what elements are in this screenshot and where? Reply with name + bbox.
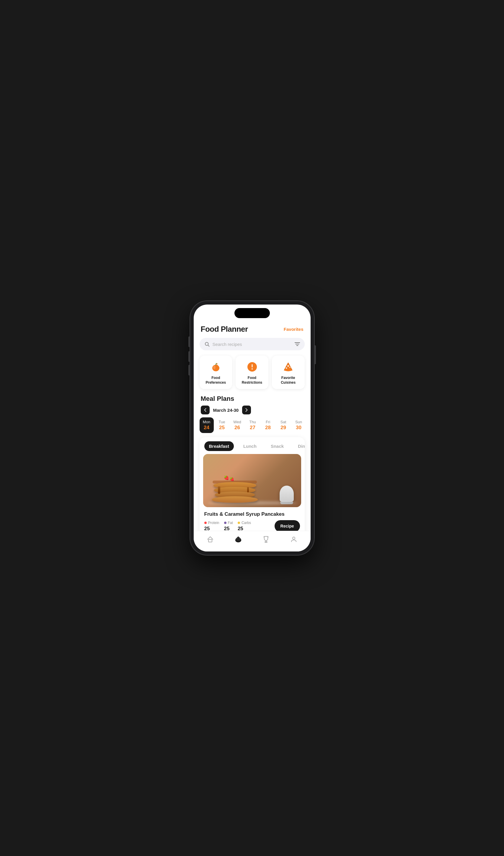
day-name-mon: Mon (203, 420, 210, 424)
favorite-cuisines-icon (282, 360, 295, 373)
phone-screen: Food Planner Favorites Search recipes (194, 305, 311, 551)
nav-trophy[interactable] (258, 535, 274, 546)
category-food-preferences[interactable]: FoodPreferences (200, 356, 232, 389)
day-num-24: 24 (204, 425, 209, 431)
food-restrictions-icon (246, 360, 259, 373)
day-tue-25[interactable]: Tue 25 (215, 417, 229, 433)
meal-info: Fruits & Caramel Syrup Pancakes Protein … (200, 507, 305, 531)
meal-name: Fruits & Caramel Syrup Pancakes (204, 511, 300, 517)
prev-week-button[interactable] (201, 406, 210, 414)
food-restrictions-label: FoodRestrictions (242, 376, 262, 385)
categories-row: FoodPreferences FoodRestrictions (194, 353, 311, 394)
phone-frame: Food Planner Favorites Search recipes (190, 301, 314, 555)
day-name-sun: Sun (295, 420, 302, 424)
day-selector: Mon 24 Tue 25 Wed 26 Thu 27 Fri 28 (194, 417, 311, 437)
screen-content: Food Planner Favorites Search recipes (194, 305, 311, 531)
day-num-28: 28 (265, 425, 271, 431)
svg-point-11 (287, 365, 289, 367)
food-preferences-label: FoodPreferences (205, 376, 226, 385)
filter-icon[interactable] (295, 342, 300, 346)
meal-plans-section: Meal Plans March 24-30 (194, 394, 311, 417)
fat-label: Fat (224, 521, 233, 525)
tab-breakfast[interactable]: Breakfast (204, 441, 234, 451)
svg-rect-19 (265, 542, 267, 542)
nutrition-items: Protein 25 Fat 25 (204, 521, 251, 531)
next-week-button[interactable] (242, 406, 251, 414)
tab-snack[interactable]: Snack (266, 441, 288, 451)
favorite-cuisines-label: FavoriteCuisines (281, 376, 295, 385)
search-placeholder: Search recipes (213, 342, 292, 347)
day-sun-30[interactable]: Sun 30 (292, 417, 306, 433)
week-label: March 24-30 (213, 408, 239, 413)
recipe-button[interactable]: Recipe (275, 520, 300, 531)
trophy-icon (263, 536, 270, 545)
nutrition-protein: Protein 25 (204, 521, 219, 531)
meal-image: 🍓 🍓 (203, 454, 301, 507)
app-title: Food Planner (201, 325, 248, 334)
search-bar[interactable]: Search recipes (200, 338, 305, 350)
day-fri-28[interactable]: Fri 28 (261, 417, 275, 433)
fat-dot (224, 522, 227, 524)
carbs-value: 25 (238, 526, 251, 531)
day-mon-24[interactable]: Mon 24 (200, 417, 214, 433)
svg-rect-14 (209, 539, 212, 542)
profile-icon (290, 536, 297, 545)
svg-point-18 (238, 536, 239, 537)
day-sat-29[interactable]: Sat 29 (276, 417, 290, 433)
meal-card: Breakfast Lunch Snack Dinner (200, 437, 305, 531)
protein-value: 25 (204, 526, 219, 531)
protein-dot (204, 522, 207, 524)
bottom-nav (194, 531, 311, 551)
day-name-wed: Wed (233, 420, 241, 424)
svg-rect-9 (252, 364, 252, 368)
svg-point-10 (252, 368, 253, 370)
svg-point-12 (286, 368, 287, 369)
tab-dinner[interactable]: Dinner (293, 441, 304, 451)
carbs-dot (238, 522, 240, 524)
nav-profile[interactable] (286, 535, 302, 546)
meal-plan-icon (234, 536, 242, 545)
day-num-29: 29 (281, 425, 286, 431)
week-nav: March 24-30 (201, 406, 304, 414)
svg-point-6 (213, 366, 216, 369)
meal-image-placeholder: 🍓 🍓 (203, 454, 301, 507)
carbs-label: Carbs (238, 521, 251, 525)
category-favorite-cuisines[interactable]: FavoriteCuisines (272, 356, 305, 389)
food-preferences-icon (209, 360, 222, 373)
day-num-25: 25 (219, 425, 225, 431)
day-name-fri: Fri (266, 420, 270, 424)
search-icon (204, 341, 210, 347)
day-num-27: 27 (250, 425, 255, 431)
search-container: Search recipes (194, 335, 311, 353)
day-thu-27[interactable]: Thu 27 (246, 417, 260, 433)
protein-label: Protein (204, 521, 219, 525)
day-name-sat: Sat (281, 420, 286, 424)
nutrition-fat: Fat 25 (224, 521, 233, 531)
nav-meal-plan[interactable] (230, 534, 247, 546)
day-name-tue: Tue (219, 420, 225, 424)
nutrition-carbs: Carbs 25 (238, 521, 251, 531)
svg-point-7 (216, 364, 218, 366)
nutrition-row: Protein 25 Fat 25 (204, 520, 300, 531)
header: Food Planner Favorites (194, 322, 311, 335)
category-food-restrictions[interactable]: FoodRestrictions (236, 356, 268, 389)
day-name-thu: Thu (249, 420, 256, 424)
meal-plans-title: Meal Plans (201, 395, 304, 403)
tab-lunch[interactable]: Lunch (238, 441, 261, 451)
day-num-30: 30 (296, 425, 302, 431)
day-num-26: 26 (234, 425, 240, 431)
favorites-button[interactable]: Favorites (284, 327, 304, 332)
svg-point-20 (293, 537, 295, 539)
dynamic-island (234, 308, 270, 318)
day-wed-26[interactable]: Wed 26 (230, 417, 245, 433)
home-icon (207, 536, 214, 545)
fat-value: 25 (224, 526, 233, 531)
nav-home[interactable] (202, 535, 218, 546)
svg-line-1 (208, 345, 209, 346)
meal-tabs: Breakfast Lunch Snack Dinner (200, 437, 305, 454)
